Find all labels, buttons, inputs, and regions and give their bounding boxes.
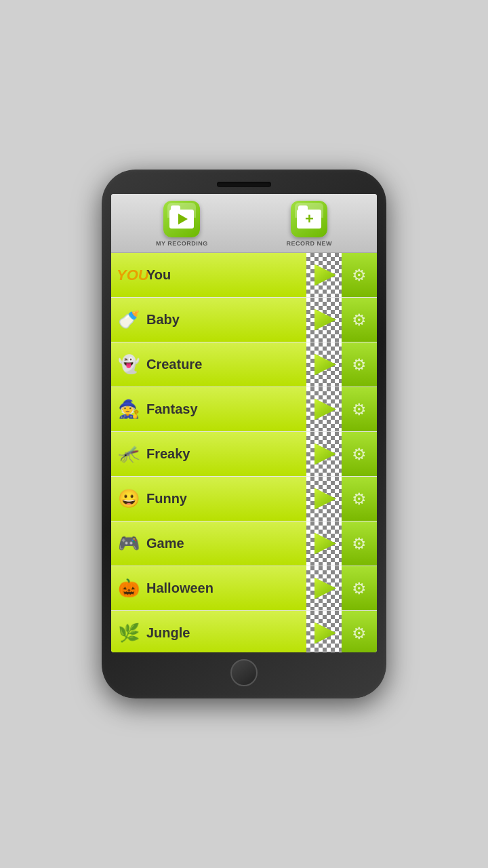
list-item-halloween: 🎃Halloween⚙	[111, 566, 377, 611]
header-bar: MY RECORDING + RECORD NEW	[111, 194, 377, 253]
play-button-you	[314, 264, 336, 286]
item-emoji-freaky: 🦟	[117, 443, 141, 465]
item-play-jungle[interactable]	[306, 611, 342, 652]
list-item-creature: 👻Creature⚙	[111, 342, 377, 387]
play-button-freaky	[314, 443, 336, 465]
list-item-freaky: 🦟Freaky⚙	[111, 432, 377, 477]
item-play-game[interactable]	[306, 521, 342, 566]
item-main-jungle: 🌿Jungle	[111, 611, 306, 652]
item-play-funny[interactable]	[306, 477, 342, 521]
item-settings-creature[interactable]: ⚙	[342, 342, 377, 387]
phone-frame: MY RECORDING + RECORD NEW YOUYou⚙🍼Baby⚙👻…	[102, 170, 386, 698]
item-settings-fantasy[interactable]: ⚙	[342, 387, 377, 431]
item-main-creature: 👻Creature	[111, 342, 306, 387]
item-play-freaky[interactable]	[306, 432, 342, 476]
voice-list: YOUYou⚙🍼Baby⚙👻Creature⚙🧙Fantasy⚙🦟Freaky⚙…	[111, 253, 377, 652]
gear-icon-creature: ⚙	[352, 355, 367, 374]
item-label-freaky: Freaky	[146, 446, 190, 462]
item-emoji-jungle: 🌿	[117, 623, 141, 644]
play-triangle-icon	[178, 214, 188, 224]
phone-screen: MY RECORDING + RECORD NEW YOUYou⚙🍼Baby⚙👻…	[111, 194, 377, 652]
list-item-you: YOUYou⚙	[111, 253, 377, 298]
item-settings-freaky[interactable]: ⚙	[342, 432, 377, 476]
record-new-button[interactable]: + RECORD NEW	[287, 201, 333, 247]
folder-plus-icon: +	[297, 210, 321, 229]
item-emoji-you: YOU	[117, 267, 141, 284]
play-button-jungle	[314, 623, 336, 644]
item-play-fantasy[interactable]	[306, 387, 342, 431]
item-label-funny: Funny	[146, 491, 187, 507]
item-label-halloween: Halloween	[146, 580, 214, 596]
item-emoji-baby: 🍼	[117, 309, 141, 330]
play-button-fantasy	[314, 399, 336, 420]
list-item-funny: 😀Funny⚙	[111, 477, 377, 521]
folder-play-icon	[169, 210, 194, 229]
gear-icon-baby: ⚙	[352, 311, 367, 330]
plus-icon: +	[305, 212, 314, 226]
play-button-creature	[314, 354, 336, 376]
list-item-fantasy: 🧙Fantasy⚙	[111, 387, 377, 432]
item-main-you: YOUYou	[111, 253, 306, 297]
item-label-jungle: Jungle	[146, 625, 190, 641]
record-new-label: RECORD NEW	[287, 240, 333, 247]
item-settings-jungle[interactable]: ⚙	[342, 611, 377, 652]
item-settings-you[interactable]: ⚙	[342, 253, 377, 297]
play-button-halloween	[314, 578, 336, 599]
gear-icon-funny: ⚙	[352, 490, 367, 509]
item-settings-halloween[interactable]: ⚙	[342, 566, 377, 610]
item-main-fantasy: 🧙Fantasy	[111, 387, 306, 431]
list-item-game: 🎮Game⚙	[111, 521, 377, 566]
item-label-baby: Baby	[146, 312, 180, 328]
item-main-halloween: 🎃Halloween	[111, 566, 306, 610]
gear-icon-you: ⚙	[352, 266, 367, 285]
play-button-funny	[314, 488, 336, 510]
item-settings-funny[interactable]: ⚙	[342, 477, 377, 521]
gear-icon-game: ⚙	[352, 534, 367, 553]
item-emoji-funny: 😀	[117, 488, 141, 509]
item-emoji-game: 🎮	[117, 533, 141, 554]
play-button-baby	[314, 309, 336, 331]
my-recording-label: MY RECORDING	[156, 240, 208, 247]
item-settings-baby[interactable]: ⚙	[342, 298, 377, 342]
gear-icon-jungle: ⚙	[352, 624, 367, 643]
home-button[interactable]	[230, 659, 258, 686]
phone-speaker	[217, 182, 271, 187]
gear-icon-fantasy: ⚙	[352, 400, 367, 419]
item-main-freaky: 🦟Freaky	[111, 432, 306, 476]
item-main-baby: 🍼Baby	[111, 298, 306, 342]
item-label-game: Game	[146, 536, 184, 551]
record-new-icon: +	[291, 201, 327, 237]
item-play-you[interactable]	[306, 253, 342, 297]
my-recording-icon	[163, 201, 200, 237]
list-item-jungle: 🌿Jungle⚙	[111, 611, 377, 652]
item-settings-game[interactable]: ⚙	[342, 521, 377, 566]
item-main-funny: 😀Funny	[111, 477, 306, 521]
my-recording-button[interactable]: MY RECORDING	[156, 201, 208, 247]
item-emoji-creature: 👻	[117, 354, 141, 375]
gear-icon-freaky: ⚙	[352, 445, 367, 464]
item-emoji-halloween: 🎃	[117, 578, 141, 599]
item-emoji-fantasy: 🧙	[117, 399, 141, 420]
item-label-fantasy: Fantasy	[146, 401, 198, 417]
item-label-creature: Creature	[146, 357, 202, 372]
list-item-baby: 🍼Baby⚙	[111, 298, 377, 342]
gear-icon-halloween: ⚙	[352, 579, 367, 598]
item-play-baby[interactable]	[306, 298, 342, 342]
item-label-you: You	[146, 267, 171, 283]
item-play-creature[interactable]	[306, 342, 342, 387]
play-button-game	[314, 533, 336, 555]
item-main-game: 🎮Game	[111, 521, 306, 566]
item-play-halloween[interactable]	[306, 566, 342, 610]
